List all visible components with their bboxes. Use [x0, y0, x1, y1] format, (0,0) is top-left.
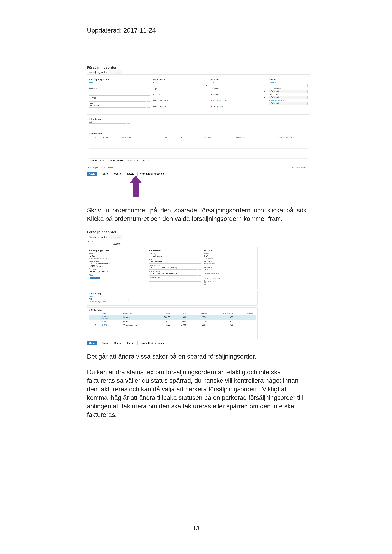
copy-button[interactable]: Kopiera försäljningsorder [137, 172, 167, 176]
kundadress-up-icon[interactable]: ▲ [147, 90, 150, 93]
ordernr-input[interactable]: 7000009030 [87, 243, 124, 246]
bestallare-input[interactable] [153, 96, 208, 99]
betmetod-dropdown-icon-2[interactable]: ▾ [252, 263, 255, 265]
copy-button-2[interactable]: Kopiera försäljningsorder [137, 341, 167, 345]
saljare-input[interactable] [153, 90, 208, 93]
ansvarig-input[interactable] [153, 84, 204, 87]
table-row[interactable]: 1 INT.0413Sopsäckar Sopsäckar 500,00 0,0… [89, 315, 256, 320]
tab-forsaljningsorder-2[interactable]: Försäljningsorder [87, 235, 109, 239]
kundadress-down-icon-2[interactable]: ▼ [143, 265, 146, 267]
ordertyp-input[interactable] [89, 99, 146, 102]
row-search-button[interactable]: Sök artiklar [142, 159, 154, 162]
betmetod-input[interactable] [211, 90, 262, 93]
motpart-input-2[interactable]: 100 [89, 298, 126, 301]
ordertyp-dropdown-icon-2[interactable]: ▾ [143, 270, 146, 273]
betvillkor-input-2[interactable]: 30 dagar [204, 269, 252, 271]
obsdatum-input[interactable]: 2017-11-13 [269, 96, 308, 99]
internt-lev-dropdown-icon-2[interactable]: ▾ [198, 273, 201, 276]
fakturamott-input[interactable] [211, 102, 262, 105]
betvillkor-input[interactable] [211, 96, 262, 99]
saljare-input-2[interactable]: Ewa Rodenfelt [149, 261, 201, 263]
artikel-link[interactable]: INT.0413 [101, 315, 109, 318]
export-button[interactable]: Export [125, 172, 136, 176]
open-button-2[interactable]: Öppna [112, 341, 123, 345]
motpart-input[interactable] [89, 124, 126, 126]
kundadress-down-icon[interactable]: ▼ [147, 93, 150, 95]
motpart-lookup-button-2[interactable]: ··· [126, 298, 130, 301]
row-checkbox[interactable] [90, 316, 92, 318]
artikel-link[interactable]: INT.00113 [101, 324, 110, 326]
valuta-lookup-button[interactable]: ··· [263, 84, 266, 87]
artikel-link[interactable]: INT.0419 [101, 320, 109, 322]
row-close-button[interactable]: Stäng [125, 159, 133, 162]
betmetod-input-2[interactable]: Internfakturering [204, 263, 252, 265]
kund-lookup-button[interactable]: ··· [147, 84, 150, 87]
tab-leverans-2[interactable]: Leverans [109, 235, 122, 239]
motpart-lookup-button[interactable]: ··· [126, 124, 130, 126]
betvillkor-dropdown-icon-2[interactable]: ▾ [252, 269, 255, 271]
status-dropdown-icon[interactable]: ▾ [147, 105, 150, 108]
kund-input[interactable] [89, 84, 146, 87]
save-button-2[interactable]: Spara [87, 341, 98, 345]
export-button-2[interactable]: Export [125, 341, 136, 345]
ansvarig-dropdown-icon-2[interactable]: ▾ [198, 255, 201, 258]
section-kontering: Kontering Motpart ··· [87, 117, 310, 129]
row-add-button[interactable]: Lägg till [89, 159, 98, 162]
save-button[interactable]: Spara [87, 172, 98, 176]
leveransdatum-input[interactable]: 2017-11-13 [269, 90, 308, 93]
kundadress-input[interactable] [89, 90, 146, 96]
clear-button-2[interactable]: Rensa [99, 341, 110, 345]
bestdatum-input[interactable]: 2017-11-13 [269, 102, 308, 105]
row-checkbox[interactable] [90, 320, 92, 322]
externt-oid-input[interactable] [153, 108, 208, 111]
period-input[interactable] [269, 84, 308, 87]
tab-forsaljningsorder[interactable]: Försäljningsorder [87, 70, 109, 74]
ordernr-lookup-button[interactable]: ··· [125, 243, 128, 246]
ytterligare-artikelinfo-toggle[interactable]: ▾ Ytterligare artikelinformation [87, 166, 115, 170]
ordertyp-dropdown-icon[interactable]: ▾ [147, 99, 150, 102]
kundadress-input-2[interactable]: Kommunledningskontoret692 80 KUMLA [89, 263, 142, 267]
col-antal-2: Antal [155, 312, 171, 315]
refkod-input-2[interactable]: ZZFLLCEN - Centralt förvaltning [149, 267, 197, 270]
kund-input-2[interactable]: 14815 [89, 255, 142, 258]
betvillkor-dropdown-icon[interactable]: ▾ [263, 96, 266, 99]
open-button[interactable]: Öppna [112, 172, 123, 176]
row-cancel-button[interactable]: Avsluta [133, 159, 142, 162]
status-input[interactable]: Att fakturera [89, 105, 146, 108]
row-park-button[interactable]: Parkera [116, 159, 125, 162]
internt-lev-input-2[interactable]: 21631 - Nämnd för livslångt lärande [149, 273, 197, 276]
paragraph-3: Du kan ändra status tex om försäljningso… [87, 368, 308, 419]
status-input-2[interactable]: Fakturerad [89, 277, 142, 279]
col-valbelopp: Val.belopp [183, 136, 212, 139]
ansvarig-dropdown-icon[interactable]: ▾ [205, 84, 208, 87]
row-del-button[interactable]: Ta bort [98, 159, 106, 162]
table-row[interactable]: 3 INT.00113 Övrig ersättning 1,00 100,00… [89, 323, 256, 327]
tab-leverans[interactable]: Leverans [109, 70, 122, 74]
label-fakturamott-2: Fakturamottagare * [204, 272, 255, 275]
fakturamott-lookup-button[interactable]: ··· [263, 102, 266, 105]
fakturamott-input-2[interactable]: 14815 [204, 275, 252, 277]
valuta-input[interactable] [211, 84, 262, 87]
row-checkbox[interactable] [90, 324, 92, 326]
refkod-dropdown-icon-2[interactable]: ▾ [198, 267, 201, 270]
kundadress-up-icon-2[interactable]: ▲ [143, 263, 146, 265]
status-dropdown-icon-2[interactable]: ▾ [143, 277, 146, 279]
tab-bar: Försäljningsorder Leverans [87, 70, 310, 74]
logg-toggle[interactable]: Logg arbetsflöde () [291, 166, 310, 170]
ordertyp-input-2[interactable]: Faktureringsbar order [89, 270, 142, 273]
ansvarig-input-2[interactable]: Johan Hultgren [149, 255, 197, 258]
samlfakt-checkbox-2[interactable] [204, 282, 206, 284]
label-refkod-2: Referenskod * [149, 264, 201, 267]
valuta-input-2[interactable]: SEK [204, 255, 252, 258]
table-row[interactable]: 2 INT.0419 Övrigt 0,00 100,00 0,00 0,00 [89, 320, 256, 323]
valuta-lookup-button-2[interactable]: ··· [252, 255, 255, 258]
row-restore-button[interactable]: Återställ [106, 159, 116, 162]
externt-oid-input-2[interactable] [149, 279, 201, 282]
betmetod-dropdown-icon[interactable]: ▾ [263, 90, 266, 93]
kund-lookup-button-2[interactable]: ··· [143, 255, 146, 258]
fakturamott-lookup-button-2[interactable]: ··· [252, 275, 255, 277]
page-header: Uppdaterad: 2017-11-24 [87, 27, 308, 34]
externa-ref-input[interactable] [153, 102, 208, 105]
clear-button[interactable]: Rensa [99, 172, 110, 176]
samlfakt-checkbox[interactable] [211, 108, 213, 110]
